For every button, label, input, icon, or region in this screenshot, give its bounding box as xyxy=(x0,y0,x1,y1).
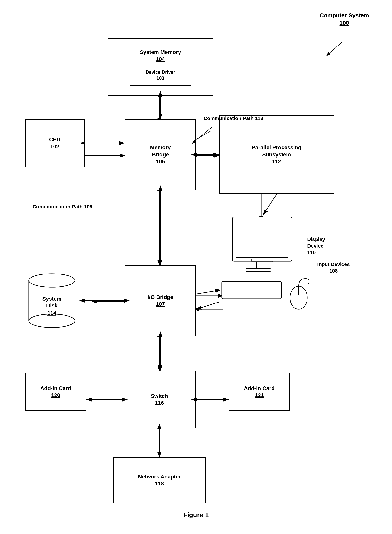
svg-rect-21 xyxy=(222,281,281,299)
svg-rect-17 xyxy=(236,220,288,258)
svg-point-28 xyxy=(29,314,75,328)
svg-rect-19 xyxy=(246,268,271,272)
memory-bridge-box: MemoryBridge 105 xyxy=(125,119,196,190)
svg-line-40 xyxy=(263,194,277,215)
cpu-label: CPU xyxy=(49,136,60,143)
io-bridge-number: 107 xyxy=(156,301,165,307)
parallel-processing-number: 112 xyxy=(272,159,281,164)
add-in-card-120-label: Add-In Card xyxy=(40,385,71,391)
device-driver-box: Device Driver 103 xyxy=(130,65,191,86)
svg-line-42 xyxy=(196,290,220,294)
svg-line-15 xyxy=(327,42,342,56)
add-in-card-120-box: Add-In Card 120 xyxy=(25,373,86,411)
comm-path-113-label: Communication Path 113 xyxy=(204,115,263,122)
display-device-icon xyxy=(227,215,300,276)
system-disk-icon: System Disk 114 xyxy=(25,265,79,334)
figure-label: Figure 1 xyxy=(183,511,209,519)
add-in-card-121-box: Add-In Card 121 xyxy=(229,373,290,411)
switch-box: Switch 116 xyxy=(123,371,196,428)
cpu-box: CPU 102 xyxy=(25,119,84,167)
svg-text:114: 114 xyxy=(47,310,56,316)
parallel-processing-box: Parallel ProcessingSubsystem 112 xyxy=(219,115,334,194)
switch-label: Switch xyxy=(151,393,168,399)
mouse-icon xyxy=(286,276,311,311)
parallel-processing-label: Parallel ProcessingSubsystem xyxy=(252,145,301,157)
network-adapter-label: Network Adapter xyxy=(138,474,181,480)
svg-rect-18 xyxy=(257,261,260,269)
svg-text:System: System xyxy=(42,296,61,302)
system-memory-box: System Memory 104 Device Driver 103 xyxy=(107,38,213,96)
system-memory-number: 104 xyxy=(156,56,165,62)
io-bridge-label: I/O Bridge xyxy=(148,294,173,300)
add-in-card-120-number: 120 xyxy=(51,392,60,398)
add-in-card-121-number: 121 xyxy=(255,392,264,398)
system-memory-label: System Memory xyxy=(140,49,181,55)
device-driver-label: Device Driver xyxy=(146,70,175,75)
memory-bridge-number: 105 xyxy=(156,159,165,164)
diagram: Computer System 100 System Memory 104 De… xyxy=(0,0,392,534)
network-adapter-box: Network Adapter 118 xyxy=(113,457,205,503)
network-adapter-number: 118 xyxy=(155,481,164,487)
computer-system-label: Computer System 100 xyxy=(320,12,369,27)
memory-bridge-label: MemoryBridge xyxy=(150,145,171,157)
svg-rect-20 xyxy=(252,259,273,262)
svg-text:Disk: Disk xyxy=(46,303,58,309)
display-device-label: DisplayDevice 110 xyxy=(307,236,325,256)
io-bridge-box: I/O Bridge 107 xyxy=(125,265,196,336)
keyboard-icon xyxy=(221,281,284,304)
input-devices-label: Input Devices108 xyxy=(317,261,350,274)
svg-line-43 xyxy=(196,302,220,309)
device-driver-number: 103 xyxy=(157,75,164,81)
comm-path-106-label: Communication Path 106 xyxy=(33,204,92,210)
cpu-number: 102 xyxy=(50,144,59,150)
switch-number: 116 xyxy=(155,400,164,406)
svg-point-27 xyxy=(29,274,75,287)
add-in-card-121-label: Add-In Card xyxy=(244,385,275,391)
